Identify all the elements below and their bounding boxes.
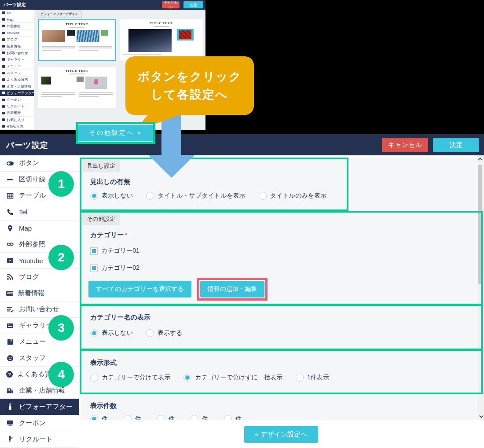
page-title: パーツ設定 <box>6 140 48 151</box>
mini-item-label: HTML入力 <box>7 124 23 129</box>
radio-control[interactable] <box>146 192 154 200</box>
checkbox-control[interactable] <box>90 264 98 272</box>
option-label: 1件表示 <box>307 374 329 382</box>
sidebar-item-ブログ[interactable]: ブログ <box>0 269 79 285</box>
rss-icon <box>6 273 14 280</box>
radio-control[interactable] <box>183 374 191 382</box>
mini-design-card[interactable]: TITLE TEXT <box>38 67 116 108</box>
other-settings-button[interactable]: その他設定へ » <box>78 125 153 141</box>
radio-control[interactable] <box>191 415 198 420</box>
sidebar-item-Map[interactable]: Map <box>0 220 79 237</box>
section-title: 表示形式 <box>90 359 117 367</box>
radio-control[interactable] <box>90 374 98 382</box>
radio-option[interactable]: カテゴリーで分けて表示 <box>90 374 170 382</box>
scrollbar-up-icon[interactable] <box>477 155 484 162</box>
mini-item-label: リクルート <box>7 104 25 109</box>
main-header: パーツ設定 キャンセル 決定 <box>0 134 484 155</box>
sidebar-item-クーポン[interactable]: クーポン <box>0 415 79 431</box>
radio-option[interactable]: タイトル・サブタイトルを表示 <box>146 192 246 200</box>
radio-option[interactable]: カテゴリーで分けずに一括表示 <box>183 374 282 382</box>
sidebar-item-リクルート[interactable]: リクルート <box>0 431 79 448</box>
mini-sidebar-item-クーポン[interactable]: クーポン <box>0 96 34 103</box>
table-icon <box>6 192 14 199</box>
mini-sidebar-item-メニュー[interactable]: メニュー <box>0 63 34 70</box>
mini-photo <box>177 29 194 40</box>
gallery-icon <box>6 322 14 329</box>
scrollbar[interactable] <box>477 155 484 420</box>
checkbox-option[interactable]: カテゴリー02 <box>90 264 139 272</box>
mini-sidebar-item-ビフォーアフター[interactable]: ビフォーアフター <box>0 90 34 96</box>
mini-sidebar-item-HTML入力[interactable]: HTML入力 <box>0 123 34 130</box>
radio-control[interactable] <box>157 415 165 420</box>
radio-control[interactable] <box>90 192 98 200</box>
back-to-design-button[interactable]: « デザイン設定へ <box>244 426 318 443</box>
mini-sidebar-item-新着情報[interactable]: 新着情報 <box>0 43 34 50</box>
sidebar-item-ビフォーアフター[interactable]: ビフォーアフター <box>0 399 79 415</box>
option-label: タイトルのみを表示 <box>270 192 326 200</box>
mini-sidebar-item-Youtube[interactable]: Youtube <box>0 30 34 37</box>
contact-icon <box>6 306 14 313</box>
category-title: カテゴリー <box>90 231 124 239</box>
mini-sidebar-item-ブログ[interactable]: ブログ <box>0 37 34 43</box>
confirm-button[interactable]: 決定 <box>433 138 479 152</box>
radio-control[interactable] <box>259 192 267 200</box>
radio-option[interactable]: 1件表示 <box>296 374 329 382</box>
scrollbar-down-icon[interactable] <box>477 413 484 420</box>
section-other-settings: その他設定 カテゴリー* カテゴリー01カテゴリー02 すべてのカテゴリーを選択… <box>81 212 477 305</box>
mini-design-card-selected[interactable]: TITLE TEXT <box>38 19 116 61</box>
mini-item-icon <box>2 65 5 68</box>
mini-sidebar-item-Map[interactable]: Map <box>0 16 34 23</box>
mini-sidebar-item-更新履歴[interactable]: 更新履歴 <box>0 110 34 117</box>
mini-design-card[interactable]: TITLE TEXT <box>120 19 203 61</box>
mini-photo <box>42 30 65 42</box>
radio-control[interactable] <box>224 415 232 420</box>
mini-item-label: お問い合わせ <box>7 51 28 55</box>
checkbox-option[interactable]: カテゴリー01 <box>90 247 139 255</box>
radio-control[interactable] <box>146 329 154 337</box>
sidebar-item-新着情報[interactable]: NEW新着情報 <box>0 285 79 301</box>
select-all-categories-button[interactable]: すべてのカテゴリーを選択する <box>88 281 191 297</box>
section-category-name-display: カテゴリー名の表示 表示しない表示する <box>81 305 477 350</box>
mini-item-label: よくある質問 <box>7 77 28 82</box>
radio-control[interactable] <box>90 415 98 420</box>
edit-info-button[interactable]: 情報の追加・編集 <box>200 281 264 297</box>
mini-sidebar-item-リクルート[interactable]: リクルート <box>0 103 34 110</box>
checkbox-control[interactable] <box>90 247 98 255</box>
mini-sidebar-item-よくある質問[interactable]: よくある質問 <box>0 77 34 83</box>
radio-option[interactable]: 件 <box>124 415 141 420</box>
radio-option[interactable]: 件 <box>157 415 175 420</box>
mini-sidebar-item-スタッフ[interactable]: スタッフ <box>0 70 34 77</box>
step-badge-2: 2 <box>48 245 74 270</box>
radio-option[interactable]: タイトルのみを表示 <box>259 192 326 200</box>
radio-control[interactable] <box>124 415 132 420</box>
sidebar-item-お問い合わせ[interactable]: お問い合わせ <box>0 301 79 318</box>
radio-control[interactable] <box>296 374 304 382</box>
sidebar-item-Tel[interactable]: Tel <box>0 204 79 220</box>
button-toggle-icon <box>6 160 14 167</box>
radio-control[interactable] <box>90 329 98 337</box>
mini-card-subtitle-bar <box>70 27 84 28</box>
mini-design-tab[interactable]: ビフォーアフターデザイン <box>37 11 82 18</box>
mini-sidebar-item-ギャラリー[interactable]: ギャラリー <box>0 56 34 63</box>
mini-cancel-button[interactable]: キャンセル <box>162 1 180 8</box>
sidebar-item-ボタン[interactable]: ボタン <box>0 155 79 172</box>
radio-option[interactable]: 件 <box>191 415 208 420</box>
mini-card-subtitle-bar <box>154 26 169 27</box>
scrollbar-thumb[interactable] <box>478 165 482 284</box>
radio-option[interactable]: 件 <box>90 415 108 420</box>
link-icon <box>6 241 14 248</box>
sidebar-item-label: クーポン <box>19 419 46 427</box>
mini-sidebar-item-外部参照[interactable]: 外部参照 <box>0 23 34 29</box>
panel-footer: « デザイン設定へ <box>79 421 484 448</box>
mini-sidebar-item-Tel[interactable]: Tel <box>0 10 34 16</box>
radio-option[interactable]: 表示しない <box>90 329 133 337</box>
mini-ok-button[interactable]: 決定 <box>183 1 203 8</box>
radio-option[interactable]: 件 <box>224 415 242 420</box>
option-label: 件 <box>169 415 175 420</box>
radio-option[interactable]: 表示しない <box>90 192 133 200</box>
mini-sidebar-item-お気に入り[interactable]: お気に入り <box>0 117 34 123</box>
mini-sidebar-item-お問い合わせ[interactable]: お問い合わせ <box>0 50 34 56</box>
mini-sidebar-item-企業・店舗情報[interactable]: 企業・店舗情報 <box>0 83 34 90</box>
radio-option[interactable]: 表示する <box>146 329 183 337</box>
cancel-button[interactable]: キャンセル <box>382 138 428 152</box>
